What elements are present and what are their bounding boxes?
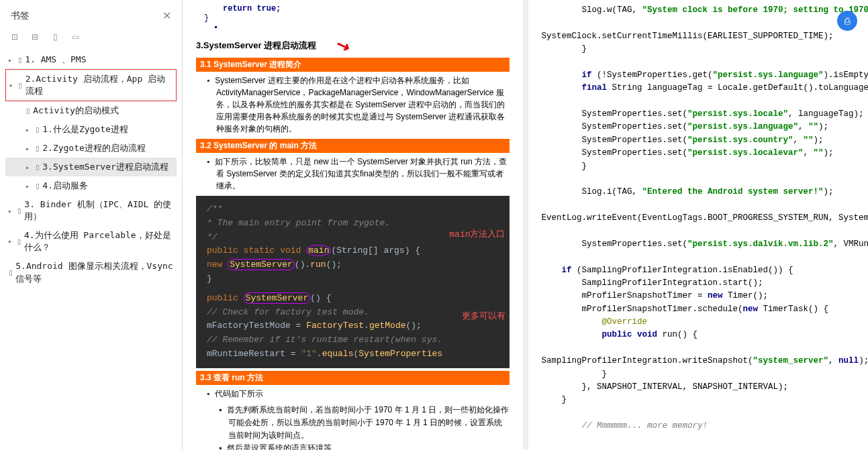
tree-item-vsync[interactable]: ▯5.Android 图像显示相关流程，Vsync 信号等 (5, 257, 177, 288)
code-right: Slog.w(TAG, "System clock is before 1970… (542, 4, 855, 433)
b1: 代码如下所示 (216, 388, 510, 400)
tree-item-systemserver[interactable]: ▸▯3.SystemServer进程启动流程 (5, 158, 177, 176)
bookmarks-sidebar: 书签 ✕ ⊡ ⊟ ▯ ▭ ▸▯1. AMS 、PMS ▾▯2.Activity … (0, 0, 183, 450)
para-main: 如下所示，比较简单，只是 new 出一个 SystemServer 对象并执行其… (216, 156, 510, 192)
sidebar-title: 书签 (11, 10, 30, 22)
arrow-red-icon: ↘ (334, 34, 352, 56)
tree-item-binder[interactable]: ▸▯3. Binder 机制（IPC、AIDL 的使用） (5, 195, 177, 226)
para-intro: SystemServer 进程主要的作用是在这个进程中启动各种系统服务，比如Ac… (216, 74, 510, 135)
collapse-icon[interactable]: ⊟ (30, 32, 40, 42)
bookmark-tree: ▸▯1. AMS 、PMS ▾▯2.Activity 启动流程，App 启动流程… (5, 50, 177, 288)
tree-item-parcelable[interactable]: ▸▯4.为什么使用 Parcelable，好处是什么？ (5, 226, 177, 257)
tree-item-activity[interactable]: ▾▯2.Activity 启动流程，App 启动流程 (5, 69, 177, 101)
expand-icon[interactable]: ⊡ (9, 32, 20, 42)
tree-item-ams[interactable]: ▸▯1. AMS 、PMS (5, 50, 177, 69)
annotation-more: 更多可以有 (462, 310, 505, 324)
tree-item-launch-mode[interactable]: ▯Activity的启动模式 (5, 101, 177, 120)
content-area: return true; } ▪ 3.SystemServer 进程启动流程 ↘… (183, 0, 868, 450)
page-right: ⎙ Slog.w(TAG, "System clock is before 19… (528, 0, 869, 450)
tree-item-zygote-start[interactable]: ▸▯2.Zygote进程的启动流程 (5, 139, 177, 158)
section-3-2: 3.2 SystemServer 的 main 方法 (196, 139, 510, 153)
code-block-dark: main方法入口 更多可以有 /** * The main entry poin… (196, 196, 510, 368)
bookmark-icon[interactable]: ▯ (50, 32, 60, 42)
close-icon[interactable]: ✕ (162, 9, 171, 22)
page-left: return true; } ▪ 3.SystemServer 进程启动流程 ↘… (183, 0, 528, 450)
heading-systemserver: 3.SystemServer 进程启动流程 ↘ (196, 36, 510, 55)
bookmark-toolbar: ⊡ ⊟ ▯ ▭ (5, 29, 177, 50)
code-return: return true; } ▪ (223, 4, 510, 32)
b3: 然后是设置系统的语言环境等 (228, 442, 510, 450)
section-3-1: 3.1 SystemServer 进程简介 (196, 58, 510, 72)
fab-icon[interactable]: ⎙ (837, 11, 857, 31)
tree-item-zygote-what[interactable]: ▸▯1.什么是Zygote进程 (5, 120, 177, 139)
b2: 首先判断系统当前时间，若当前时间小于 1970 年 1 月 1 日，则一些初始化… (228, 404, 510, 443)
section-3-3: 3.3 查看 run 方法 (196, 371, 510, 385)
tree-item-start-service[interactable]: ▸▯4.启动服务 (5, 176, 177, 195)
annotation-main: main方法入口 (449, 228, 505, 242)
bookmark-outline-icon[interactable]: ▭ (70, 32, 81, 42)
